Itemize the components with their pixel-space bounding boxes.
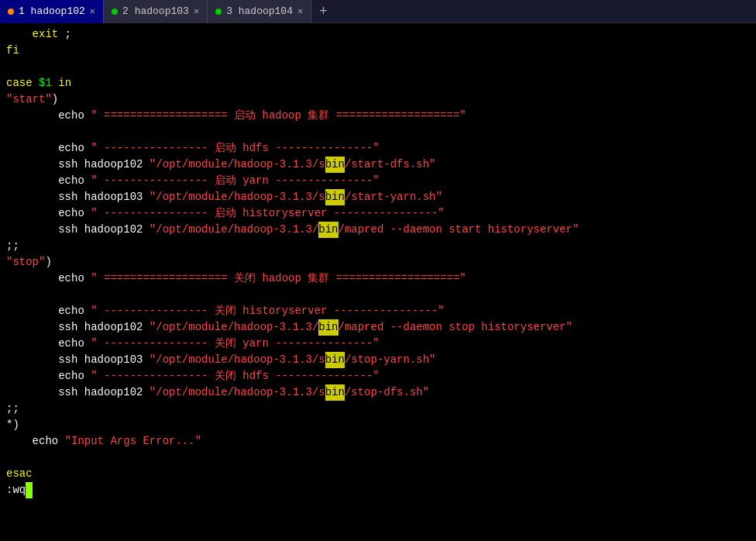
code-line — [6, 59, 750, 75]
tab-close-1[interactable]: ✕ — [90, 5, 95, 17]
code-line: echo " ---------------- 关闭 historyserver… — [6, 303, 750, 319]
add-tab-button[interactable]: + — [311, 0, 335, 23]
tab-label-2: 2 hadoop103 — [122, 5, 189, 17]
tab-hadoop103[interactable]: 2 hadoop103 ✕ — [104, 0, 208, 23]
code-line: echo "Input Args Error..." — [6, 433, 750, 450]
tab-label-1: 1 hadoop102 — [19, 5, 85, 17]
code-line: "stop") — [6, 254, 750, 270]
tab-close-2[interactable]: ✕ — [194, 5, 199, 17]
tab-dot-1 — [8, 9, 14, 15]
editor-area: exit ; fi case $1 in "start") echo " ===… — [0, 23, 756, 541]
code-line: ssh hadoop103 "/opt/module/hadoop-3.1.3/… — [6, 189, 750, 205]
code-line: exit ; — [6, 26, 750, 43]
code-line: esac — [6, 466, 750, 482]
code-line: ssh hadoop102 "/opt/module/hadoop-3.1.3/… — [6, 384, 750, 401]
code-line: ;; — [6, 401, 750, 417]
code-line: ssh hadoop102 "/opt/module/hadoop-3.1.3/… — [6, 222, 750, 238]
code-line — [6, 450, 750, 466]
tab-dot-2 — [112, 9, 118, 15]
tab-bar: 1 hadoop102 ✕ 2 hadoop103 ✕ 3 hadoop104 … — [0, 0, 756, 23]
tab-hadoop102[interactable]: 1 hadoop102 ✕ — [0, 0, 104, 23]
tab-hadoop104[interactable]: 3 hadoop104 ✕ — [208, 0, 311, 23]
code-line: fi — [6, 43, 750, 59]
tab-dot-3 — [215, 9, 222, 15]
cursor — [26, 482, 32, 498]
code-line-wq: :wq — [6, 482, 750, 498]
code-line: echo " ---------------- 启动 hdfs --------… — [6, 140, 750, 157]
code-line: echo " ---------------- 关闭 yarn --------… — [6, 336, 750, 352]
code-line: "start") — [6, 91, 750, 108]
code-line: echo " ---------------- 关闭 hdfs --------… — [6, 368, 750, 384]
code-line: ssh hadoop102 "/opt/module/hadoop-3.1.3/… — [6, 157, 750, 173]
code-line: ;; — [6, 238, 750, 254]
code-line: ssh hadoop102 "/opt/module/hadoop-3.1.3/… — [6, 319, 750, 336]
code-line — [6, 287, 750, 303]
code-line: echo " ---------------- 启动 yarn --------… — [6, 173, 750, 189]
code-line: echo " =================== 启动 hadoop 集群 … — [6, 108, 750, 124]
tab-close-3[interactable]: ✕ — [297, 5, 303, 17]
code-line: echo " ---------------- 启动 historyserver… — [6, 205, 750, 222]
code-line — [6, 124, 750, 140]
code-line: ssh hadoop103 "/opt/module/hadoop-3.1.3/… — [6, 352, 750, 368]
code-line: echo " =================== 关闭 hadoop 集群 … — [6, 270, 750, 287]
code-line: *) — [6, 417, 750, 433]
code-line: case $1 in — [6, 75, 750, 91]
tab-label-3: 3 hadoop104 — [226, 5, 293, 17]
